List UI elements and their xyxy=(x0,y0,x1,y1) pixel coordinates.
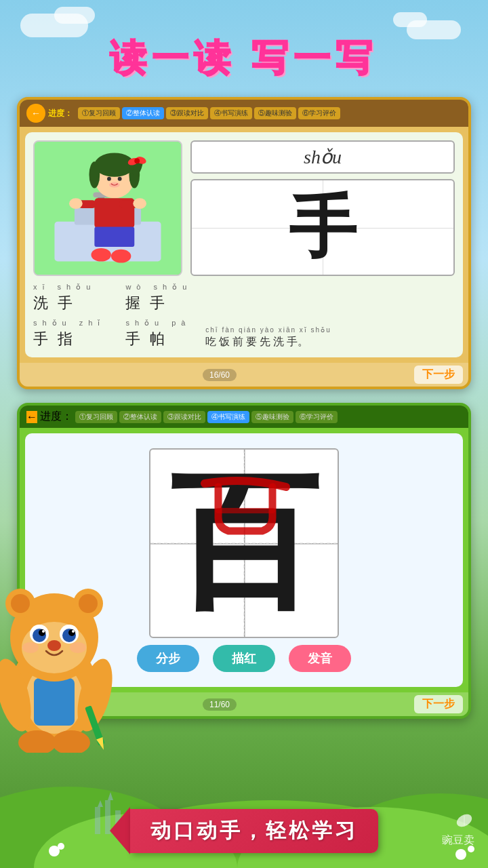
bottom-banner: 动口动手，轻松学习 xyxy=(0,807,488,854)
hanzi-display: 手 xyxy=(190,179,455,276)
svg-point-60 xyxy=(47,640,61,651)
svg-point-61 xyxy=(22,642,39,653)
card-panel-1: ← 进度： ①复习回顾 ②整体认读 ③跟读对比 ④书写演练 ⑤趣味测验 ⑥学习评… xyxy=(17,97,471,389)
step-1-1[interactable]: ①复习回顾 xyxy=(78,107,120,119)
sentence-text: 吃 饭 前 要 先 洗 手。 xyxy=(205,335,455,349)
svg-point-58 xyxy=(42,630,45,633)
banner-arrow xyxy=(110,807,130,854)
next-button-1[interactable]: 下一步 xyxy=(414,366,463,384)
next-button-2[interactable]: 下一步 xyxy=(414,695,463,713)
svg-point-37 xyxy=(133,198,146,209)
svg-rect-45 xyxy=(34,678,75,726)
step-1-2[interactable]: ②整体认读 xyxy=(122,107,164,119)
step-1-6[interactable]: ⑥学习评价 xyxy=(298,107,340,119)
svg-rect-38 xyxy=(94,226,134,246)
steps-button[interactable]: 分步 xyxy=(137,645,199,672)
progress-label-2: 进度： xyxy=(40,410,73,424)
svg-point-40 xyxy=(111,250,131,263)
illustration-box xyxy=(33,140,182,276)
back-button-1[interactable]: ← xyxy=(26,104,45,123)
character-box: shǒu 手 xyxy=(190,140,455,276)
page-indicator-1: 16/60 下一步 xyxy=(20,363,468,387)
vocab-item-2: wò shǒu 握 手 xyxy=(125,283,192,313)
step-2-3[interactable]: ③跟读对比 xyxy=(163,411,205,423)
progress-steps-2: ①复习回顾 ②整体认读 ③跟读对比 ④书写演练 ⑤趣味测验 ⑥学习评价 xyxy=(75,411,338,423)
step-1-4[interactable]: ④书写演练 xyxy=(210,107,252,119)
step-2-2[interactable]: ②整体认读 xyxy=(119,411,161,423)
step-2-1[interactable]: ①复习回顾 xyxy=(75,411,117,423)
step-2-5[interactable]: ⑤趣味测验 xyxy=(251,411,293,423)
vocab-item-1: xī shǒu 洗 手 xyxy=(33,283,105,313)
bear-mascot xyxy=(0,563,122,753)
step-2-6[interactable]: ⑥学习评价 xyxy=(296,411,338,423)
watermark-text: 豌豆卖 xyxy=(442,833,474,848)
svg-point-56 xyxy=(39,629,45,636)
svg-point-25 xyxy=(89,161,100,188)
page-title: 读一读 写一写 xyxy=(0,34,488,83)
vocab-sentence-row: xī shǒu 洗 手 shǒu zhǐ 手 指 wò shǒu 握 手 xyxy=(33,283,455,349)
svg-point-29 xyxy=(134,158,140,163)
vocab-col-2: wò shǒu 握 手 shǒu pà 手 帕 xyxy=(125,283,192,349)
banner-text: 动口动手，轻松学习 xyxy=(150,817,358,845)
bear-svg xyxy=(0,563,122,753)
vocab-hanzi-1: 洗 手 xyxy=(33,293,75,313)
vocab-item-3: shǒu zhǐ 手 指 xyxy=(33,319,105,349)
step-2-4[interactable]: ④书写演练 xyxy=(207,411,249,423)
main-content: 读一读 写一写 ← 进度： ①复习回顾 ②整体认读 ③跟读对比 ④书写演练 ⑤趣… xyxy=(0,0,488,868)
trace-button[interactable]: 描红 xyxy=(213,645,275,672)
svg-point-62 xyxy=(70,642,86,653)
step-1-5[interactable]: ⑤趣味测验 xyxy=(254,107,296,119)
svg-point-36 xyxy=(69,198,83,209)
vocabulary-section: xī shǒu 洗 手 shǒu zhǐ 手 指 wò shǒu 握 手 xyxy=(33,283,192,349)
vocab-pinyin-2: wò shǒu xyxy=(125,283,192,292)
page-number-1: 16/60 xyxy=(203,369,237,381)
svg-marker-66 xyxy=(96,737,107,751)
progress-label-1: 进度： xyxy=(48,108,73,119)
card1-top-row: shǒu 手 xyxy=(33,140,455,276)
writing-box[interactable]: 百 xyxy=(149,448,339,638)
progress-steps-1: ①复习回顾 ②整体认读 ③跟读对比 ④书写演练 ⑤趣味测验 ⑥学习评价 xyxy=(78,107,340,119)
svg-point-59 xyxy=(72,630,75,633)
svg-point-48 xyxy=(11,594,30,613)
progress-bar-2: ← 进度： ①复习回顾 ②整体认读 ③跟读对比 ④书写演练 ⑤趣味测验 ⑥学习评… xyxy=(20,406,468,428)
watermark: 豌豆卖 xyxy=(442,810,474,848)
vocab-col-1: xī shǒu 洗 手 shǒu zhǐ 手 指 xyxy=(33,283,105,349)
sentence-pinyin: chī fàn qián yào xiān xǐ shǒu xyxy=(205,326,455,334)
vocab-pinyin-4: shǒu pà xyxy=(125,319,190,328)
step-1-3[interactable]: ③跟读对比 xyxy=(166,107,208,119)
svg-point-30 xyxy=(107,177,111,181)
vocab-hanzi-3: 手 指 xyxy=(33,329,75,349)
watermark-icon xyxy=(454,810,474,831)
sound-button[interactable]: 发音 xyxy=(289,645,351,672)
hanzi-character: 手 xyxy=(289,194,357,262)
banner-content: 动口动手，轻松学习 xyxy=(130,809,378,853)
illustration-svg xyxy=(35,140,181,276)
writing-character: 百 xyxy=(169,469,319,618)
vocab-hanzi-4: 手 帕 xyxy=(125,329,167,349)
svg-point-23 xyxy=(94,153,134,177)
vocab-item-4: shǒu pà 手 帕 xyxy=(125,319,192,349)
svg-point-31 xyxy=(118,177,122,181)
vocab-hanzi-2: 握 手 xyxy=(125,293,167,313)
card1-content: shǒu 手 xī shǒu 洗 手 shǒu zhǐ xyxy=(25,132,463,357)
svg-point-50 xyxy=(79,594,98,613)
pinyin-display: shǒu xyxy=(190,140,455,174)
sentence-section: chī fàn qián yào xiān xǐ shǒu 吃 饭 前 要 先 … xyxy=(199,326,455,349)
svg-point-57 xyxy=(68,629,75,636)
vocab-pinyin-3: shǒu zhǐ xyxy=(33,319,105,328)
vocab-pinyin-1: xī shǒu xyxy=(33,283,96,292)
svg-point-39 xyxy=(91,248,110,262)
progress-bar-1: ← 进度： ①复习回顾 ②整体认读 ③跟读对比 ④书写演练 ⑤趣味测验 ⑥学习评… xyxy=(20,100,468,127)
page-number-2: 11/60 xyxy=(203,698,237,711)
back-button-2[interactable]: ← xyxy=(26,411,37,423)
